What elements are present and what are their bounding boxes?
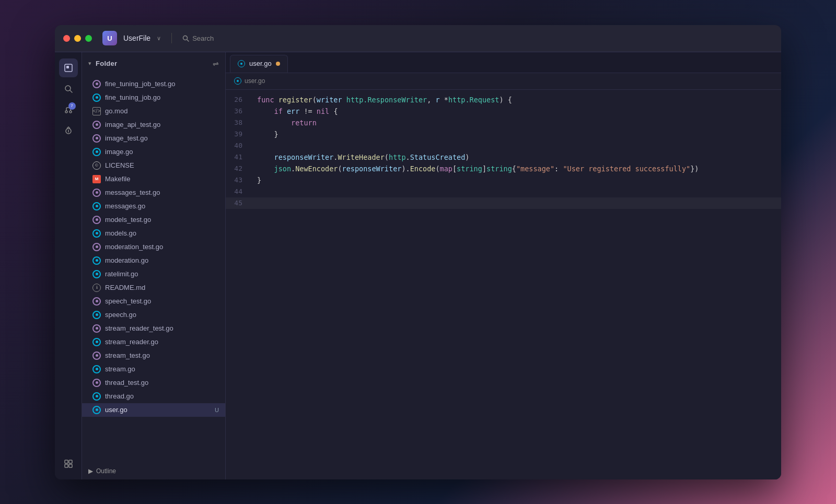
close-button[interactable] [63,35,70,42]
file-item-stream-reader[interactable]: stream_reader.go [82,335,225,349]
minimize-button[interactable] [74,35,81,42]
outline-label: Outline [96,467,116,475]
svg-rect-3 [66,66,69,68]
go-icon [92,338,101,346]
file-item-speech-test[interactable]: speech_test.go [82,295,225,308]
traffic-lights [63,35,92,42]
code-line-36: 36 if err != nil { [226,106,781,117]
go-icon [92,392,101,401]
file-item-license[interactable]: © LICENSE [82,159,225,172]
outline-section[interactable]: ▶ Outline [82,463,225,479]
mod-icon: </> [92,107,101,115]
sidebar-item-debug[interactable] [59,121,78,140]
svg-line-1 [187,40,189,41]
go-test-icon [92,80,101,88]
sidebar-header: ▾ Folder ⇌ [82,52,225,75]
go-test-icon [92,379,101,387]
sidebar-item-explorer[interactable] [59,58,78,77]
go-icon [92,406,101,414]
file-item-stream[interactable]: stream.go [82,362,225,376]
sidebar: ▾ Folder ⇌ fine_tuning_job_test.go fine_… [82,52,226,479]
file-item-fine-tuning-job-test[interactable]: fine_tuning_job_test.go [82,77,225,91]
sidebar-filter-icon[interactable]: ⇌ [213,60,219,68]
breadcrumb: user.go [226,73,781,90]
sidebar-item-extensions[interactable] [59,454,78,473]
tabs-bar: user.go [226,52,781,73]
svg-point-6 [65,111,67,113]
app-dropdown-arrow[interactable]: ∨ [157,35,161,42]
file-item-image-api-test[interactable]: image_api_test.go [82,118,225,132]
code-line-26: 26 func register(writer http.ResponseWri… [226,94,781,106]
file-item-user[interactable]: user.go U [82,403,225,417]
title-bar: U UserFile ∨ Search [55,25,781,52]
file-item-thread-test[interactable]: thread_test.go [82,376,225,390]
file-item-thread[interactable]: thread.go [82,390,225,403]
go-icon [92,202,101,210]
svg-rect-14 [69,460,72,463]
folder-toggle-icon[interactable]: ▾ [88,60,91,67]
file-item-moderation[interactable]: moderation.go [82,254,225,267]
go-icon [92,93,101,102]
breadcrumb-file: user.go [245,77,265,85]
file-item-stream-test[interactable]: stream_test.go [82,349,225,362]
file-item-image-test[interactable]: image_test.go [82,132,225,145]
file-item-models[interactable]: models.go [82,227,225,240]
go-icon [92,229,101,238]
search-icon [182,35,189,42]
tab-file-icon [238,60,245,67]
file-item-ratelimit[interactable]: ratelimit.go [82,267,225,281]
tab-modified-indicator [276,62,280,66]
svg-rect-13 [65,460,68,463]
license-icon: © [92,161,101,170]
sidebar-folder-label: Folder [96,60,208,67]
go-icon [92,256,101,265]
file-item-makefile[interactable]: M Makefile [82,172,225,186]
file-item-go-mod[interactable]: </> go.mod [82,104,225,118]
file-item-moderation-test[interactable]: moderation_test.go [82,240,225,254]
activity-bar: 7 [55,52,82,479]
outline-toggle-icon: ▶ [88,467,93,475]
search-bar[interactable]: Search [182,34,214,42]
go-test-icon [92,324,101,333]
code-line-45: 45 [226,197,781,209]
svg-point-8 [69,111,72,113]
svg-point-0 [183,36,188,40]
file-item-messages[interactable]: messages.go [82,200,225,213]
go-test-icon [92,351,101,360]
tab-user-go[interactable]: user.go [230,55,288,73]
svg-line-5 [70,90,72,92]
file-item-readme[interactable]: ℹ README.md [82,281,225,295]
code-line-39: 39 } [226,128,781,140]
tab-label: user.go [249,60,272,67]
go-test-icon [92,216,101,224]
file-item-image[interactable]: image.go [82,145,225,159]
code-editor[interactable]: 26 func register(writer http.ResponseWri… [226,90,781,479]
source-control-badge: 7 [68,102,76,110]
readme-icon: ℹ [92,284,101,292]
go-icon [92,365,101,373]
editor-area: user.go user.go 26 func register(writer … [226,52,781,479]
file-item-fine-tuning-job[interactable]: fine_tuning_job.go [82,91,225,104]
code-line-42: 42 json.NewEncoder(responseWriter).Encod… [226,163,781,174]
app-icon: U [102,31,117,45]
maximize-button[interactable] [85,35,92,42]
svg-rect-15 [65,464,68,467]
file-item-stream-reader-test[interactable]: stream_reader_test.go [82,322,225,335]
go-test-icon [92,189,101,197]
file-item-speech[interactable]: speech.go [82,308,225,322]
svg-rect-16 [69,464,72,467]
go-test-icon [92,134,101,143]
go-icon [92,270,101,278]
file-item-messages-test[interactable]: messages_test.go [82,186,225,200]
code-line-38: 38 return [226,117,781,128]
code-line-40: 40 [226,140,781,151]
sidebar-item-search[interactable] [59,79,78,98]
breadcrumb-file-icon [234,77,241,85]
main-layout: 7 ▾ Fo [55,52,781,479]
makefile-icon: M [92,175,101,183]
file-item-models-test[interactable]: models_test.go [82,213,225,227]
sidebar-item-source-control[interactable]: 7 [59,100,78,119]
app-window: U UserFile ∨ Search [55,25,781,479]
go-icon [92,311,101,319]
app-title: UserFile [123,34,150,42]
